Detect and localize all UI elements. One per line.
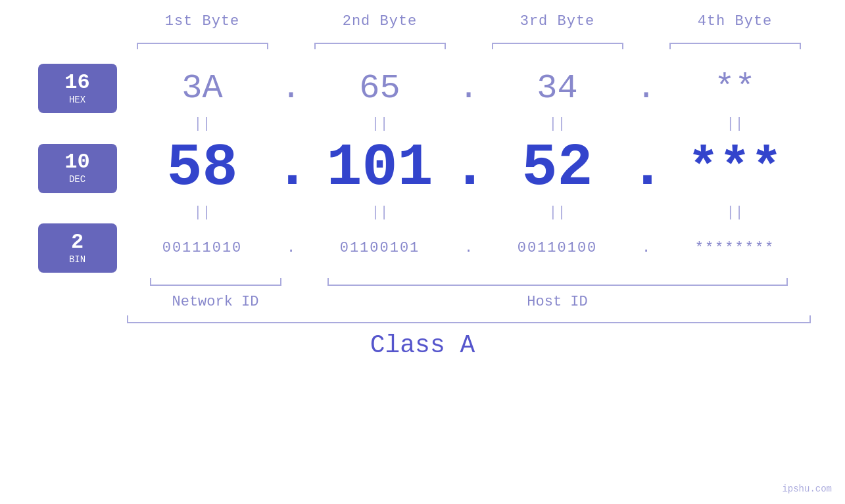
bracket-bottom-network — [143, 278, 288, 291]
bin-badge-number: 2 — [71, 232, 84, 253]
hex-byte-2: 65 — [308, 69, 452, 108]
bin-row: 2 BIN 00111010 . 01100101 . 00110100 . *… — [26, 223, 819, 273]
byte-header-2: 2nd Byte — [308, 13, 452, 30]
hex-badge-label: HEX — [69, 95, 85, 105]
hex-dot-3: . — [630, 69, 663, 108]
bin-badge: 2 BIN — [38, 223, 117, 273]
bracket-top-4 — [663, 36, 808, 49]
dec-dot-2: . — [452, 135, 485, 202]
class-a-label: Class A — [26, 331, 819, 359]
dec-byte-1: 58 — [130, 135, 275, 202]
dec-dot-1: . — [275, 135, 308, 202]
bracket-class-a — [120, 315, 817, 329]
eq2: || — [308, 116, 452, 132]
dec-byte-3: 52 — [485, 135, 630, 202]
eq3: || — [485, 116, 630, 132]
byte-header-1: 1st Byte — [130, 13, 275, 30]
hex-byte-4: ** — [663, 69, 808, 108]
dec-byte-2: 101 — [308, 135, 452, 202]
bin-byte-4: ******** — [663, 240, 808, 256]
bin-badge-label: BIN — [69, 254, 85, 265]
hex-dot-2: . — [452, 69, 485, 108]
bin-dot-3: . — [630, 240, 663, 256]
eq1: || — [130, 116, 275, 132]
hex-badge-number: 16 — [64, 72, 89, 93]
dec-row: 10 DEC 58 . 101 . 52 . *** — [26, 135, 819, 202]
byte-header-3: 3rd Byte — [485, 13, 630, 30]
watermark: ipshu.com — [782, 484, 832, 494]
bracket-top-3 — [485, 36, 630, 49]
dec-byte-4: *** — [663, 139, 808, 198]
hex-byte-3: 34 — [485, 69, 630, 108]
hex-dot-1: . — [275, 69, 308, 108]
top-brackets — [26, 36, 819, 49]
host-id-label: Host ID — [321, 294, 794, 310]
hex-badge: 16 HEX — [38, 64, 117, 113]
bottom-brackets — [26, 278, 819, 291]
bin-byte-3: 00110100 — [485, 240, 630, 256]
dec-badge-number: 10 — [64, 152, 89, 173]
bin-dot-2: . — [452, 240, 485, 256]
equals-row-1: || || || || — [26, 116, 819, 132]
class-bracket-row — [26, 315, 819, 329]
hex-byte-1: 3A — [130, 69, 275, 108]
equals-row-2: || || || || — [26, 204, 819, 221]
bracket-top-2 — [308, 36, 452, 49]
byte-header-4: 4th Byte — [663, 13, 808, 30]
id-labels-row: Network ID Host ID — [26, 294, 819, 310]
dec-badge-label: DEC — [69, 174, 85, 185]
eq2b: || — [308, 204, 452, 221]
hex-row: 16 HEX 3A . 65 . 34 . ** — [26, 64, 819, 113]
eq4: || — [663, 116, 808, 132]
bracket-top-1 — [130, 36, 275, 49]
eq1b: || — [130, 204, 275, 221]
eq4b: || — [663, 204, 808, 221]
dec-badge: 10 DEC — [38, 144, 117, 193]
main-container: 1st Byte 2nd Byte 3rd Byte 4th Byte 16 H… — [0, 0, 845, 504]
network-id-label: Network ID — [143, 294, 288, 310]
bin-dot-1: . — [275, 240, 308, 256]
bin-byte-2: 01100101 — [308, 240, 452, 256]
bin-byte-1: 00111010 — [130, 240, 275, 256]
dec-dot-3: . — [630, 135, 663, 202]
bracket-bottom-host — [321, 278, 794, 291]
eq3b: || — [485, 204, 630, 221]
byte-headers-row: 1st Byte 2nd Byte 3rd Byte 4th Byte — [26, 13, 819, 30]
